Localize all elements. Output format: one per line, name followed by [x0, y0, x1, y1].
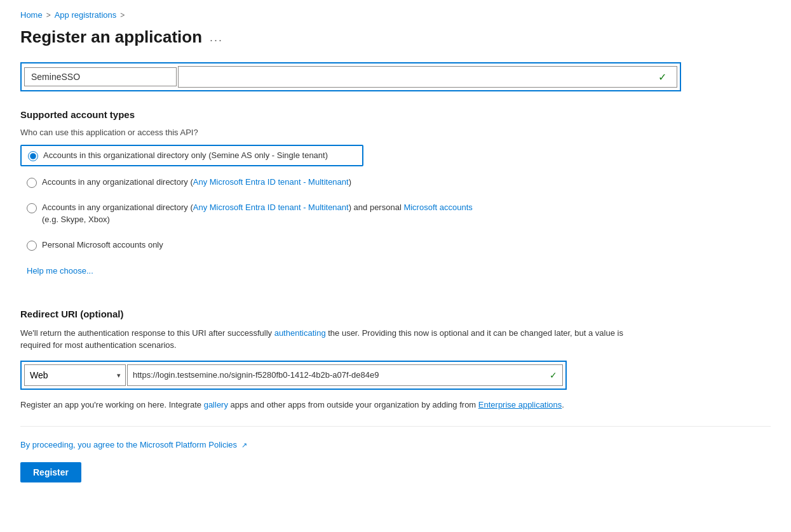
breadcrumb-separator-1: > — [46, 11, 51, 20]
breadcrumb-app-registrations[interactable]: App registrations — [55, 10, 117, 20]
redirect-uri-section: Redirect URI (optional) We'll return the… — [20, 309, 771, 411]
uri-input-wrapper: ✓ — [127, 364, 563, 386]
account-option-3[interactable]: Accounts in any organizational directory… — [20, 198, 490, 229]
account-option-2[interactable]: Accounts in any organizational directory… — [20, 173, 490, 192]
name-section: ✓ — [20, 62, 771, 91]
redirect-uri-input-row: Web SPA Public client/native (mobile & d… — [20, 361, 567, 390]
divider — [20, 426, 771, 427]
breadcrumb-separator-2: > — [120, 11, 125, 20]
redirect-uri-description: We'll return the authentication response… — [20, 327, 624, 352]
account-option-4[interactable]: Personal Microsoft accounts only — [20, 236, 490, 255]
register-note: Register an app you're working on here. … — [20, 399, 624, 411]
platform-policies-link[interactable]: By proceeding, you agree to the Microsof… — [20, 440, 240, 449]
radio-option-3-input[interactable] — [27, 203, 37, 213]
radio-option-4-input[interactable] — [27, 241, 37, 251]
name-check-icon: ✓ — [658, 71, 672, 83]
radio-option-2-label: Accounts in any organizational directory… — [42, 176, 351, 188]
name-input-row: ✓ — [20, 62, 681, 91]
platform-select[interactable]: Web SPA Public client/native (mobile & d… — [24, 364, 126, 386]
breadcrumb-home[interactable]: Home — [20, 10, 43, 20]
register-button[interactable]: Register — [20, 462, 81, 482]
help-me-choose-link[interactable]: Help me choose... — [27, 266, 93, 276]
enterprise-applications-link[interactable]: Enterprise applications — [478, 400, 562, 409]
app-name-input[interactable] — [24, 67, 177, 86]
platform-select-wrapper[interactable]: Web SPA Public client/native (mobile & d… — [24, 364, 126, 386]
redirect-uri-input[interactable] — [133, 370, 550, 380]
page-title-row: Register an application ... — [20, 27, 771, 47]
supported-accounts-section: Supported account types Who can use this… — [20, 109, 771, 296]
redirect-uri-title: Redirect URI (optional) — [20, 309, 771, 319]
supported-accounts-title: Supported account types — [20, 109, 771, 120]
radio-option-1-input[interactable] — [28, 151, 38, 161]
radio-option-2-input[interactable] — [27, 178, 37, 188]
radio-option-1-label: Accounts in this organizational director… — [43, 150, 328, 161]
supported-accounts-question: Who can use this application or access t… — [20, 128, 771, 137]
account-option-1[interactable]: Accounts in this organizational director… — [20, 145, 363, 166]
external-link-icon: ↗ — [241, 441, 247, 449]
uri-check-icon: ✓ — [550, 370, 557, 380]
radio-option-4-label: Personal Microsoft accounts only — [42, 239, 163, 251]
page-title: Register an application — [20, 27, 202, 47]
breadcrumb: Home > App registrations > — [20, 10, 771, 20]
radio-option-3-label: Accounts in any organizational directory… — [42, 202, 484, 225]
policy-link-row: By proceeding, you agree to the Microsof… — [20, 439, 771, 449]
name-description-input[interactable] — [184, 72, 658, 82]
more-options-button[interactable]: ... — [210, 32, 223, 43]
